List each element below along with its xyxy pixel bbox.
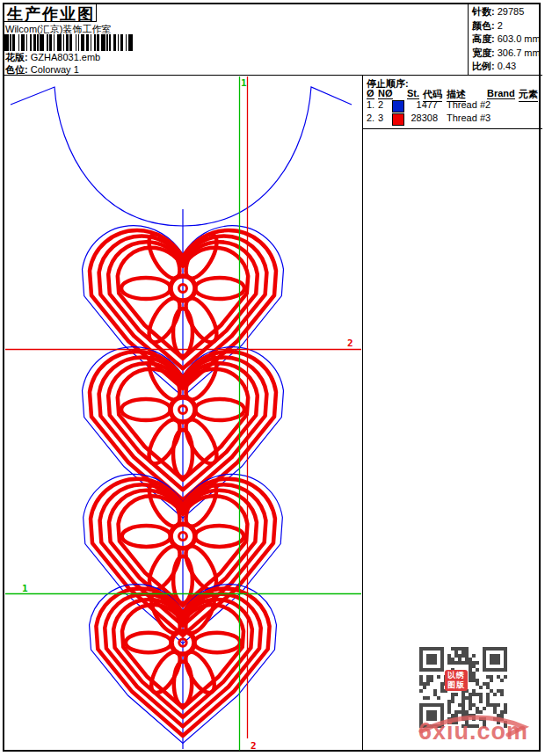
marker1-label-left: 1 — [22, 583, 28, 594]
flower-petal — [121, 399, 171, 420]
watermark-site: 6xiu.com — [418, 718, 528, 745]
design-canvas: 1122 — [0, 0, 545, 756]
marker2-label-bottom: 2 — [251, 740, 257, 752]
flower-petal — [121, 278, 171, 299]
seal-stamp: 以绣图版 — [445, 670, 468, 691]
flower-petal — [195, 526, 243, 547]
flower-petal — [195, 399, 244, 420]
seal-text: 以绣图版 — [447, 671, 465, 689]
flower-petal — [126, 633, 171, 652]
flower-petal — [122, 526, 171, 547]
neckline-outline — [11, 87, 352, 226]
production-worksheet: 生产作业图 Wilcom(汇京)装饰工作室 花版: GZHA8031.emb 色… — [0, 0, 545, 756]
marker1-label-top: 1 — [241, 77, 247, 89]
flower-petal — [194, 633, 240, 652]
marker2-label-right: 2 — [347, 338, 353, 349]
flower-petal — [195, 278, 244, 299]
